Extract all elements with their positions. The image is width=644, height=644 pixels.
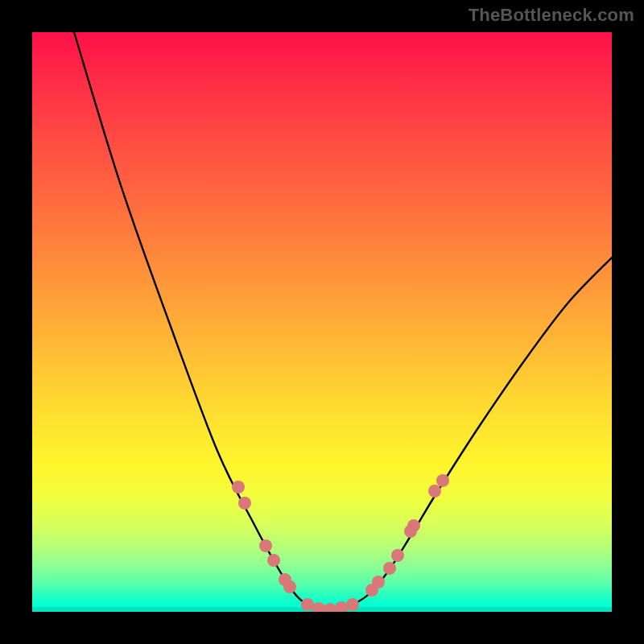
highlight-dot <box>267 554 280 567</box>
highlight-dot <box>259 539 272 552</box>
plot-area <box>32 32 612 612</box>
highlight-dot <box>283 580 296 593</box>
highlight-dot <box>232 481 245 493</box>
overlay-svg <box>32 32 612 612</box>
highlight-dot <box>428 485 441 497</box>
dots-group <box>232 474 449 612</box>
chart-stage: TheBottleneck.com <box>0 0 644 644</box>
highlight-dot <box>238 497 251 510</box>
highlight-dot <box>312 602 325 612</box>
highlight-dot <box>346 598 359 611</box>
watermark-text: TheBottleneck.com <box>469 5 634 26</box>
bottleneck-curve <box>74 32 612 610</box>
highlight-dot <box>324 603 336 612</box>
highlight-dot <box>436 474 449 487</box>
highlight-dot <box>383 562 396 575</box>
highlight-dot <box>301 598 314 611</box>
highlight-dot <box>407 519 420 532</box>
highlight-dot <box>391 549 404 562</box>
highlight-dot <box>335 601 348 612</box>
highlight-dot <box>372 576 385 588</box>
